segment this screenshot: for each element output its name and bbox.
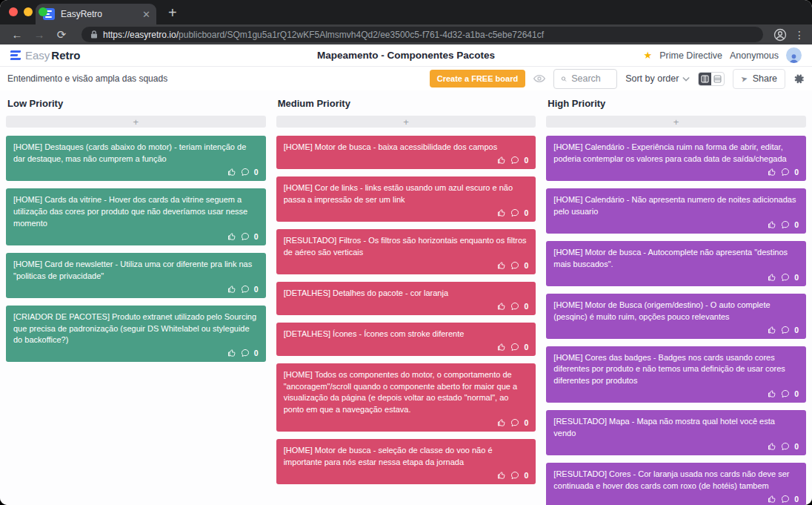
close-window-button[interactable] [9, 7, 18, 16]
search-input[interactable] [571, 73, 610, 84]
visibility-eye-icon[interactable] [533, 74, 545, 83]
like-thumbs-up-icon[interactable] [768, 220, 776, 229]
like-count: 0 [794, 326, 799, 334]
zoom-window-button[interactable] [39, 7, 47, 16]
like-thumbs-up-icon[interactable] [227, 349, 236, 357]
like-thumbs-up-icon[interactable] [497, 261, 506, 270]
new-tab-button[interactable]: + [168, 4, 177, 22]
share-label: Share [753, 73, 777, 84]
comment-bubble-icon[interactable] [510, 261, 519, 270]
like-thumbs-up-icon[interactable] [497, 156, 506, 165]
search-box[interactable] [553, 69, 617, 89]
board-view-button[interactable] [699, 73, 711, 85]
forward-icon[interactable]: → [30, 28, 49, 41]
like-thumbs-up-icon[interactable] [768, 326, 776, 334]
sort-by-order-dropdown[interactable]: Sort by order [625, 73, 690, 84]
add-card-button[interactable]: + [276, 116, 536, 128]
card-footer: 0 [284, 154, 529, 166]
comment-bubble-icon[interactable] [510, 156, 519, 165]
username-label[interactable]: Anonymous [730, 50, 779, 61]
like-count: 0 [524, 261, 528, 270]
board-card[interactable]: [DETALHES] Ícones - Ícones com stroke di… [276, 323, 536, 356]
comment-bubble-icon[interactable] [510, 343, 519, 351]
card-footer: 0 [284, 259, 529, 271]
like-thumbs-up-icon[interactable] [768, 168, 776, 176]
address-bar[interactable]: https://easyretro.io/publicboard/SQm1gu5… [81, 27, 763, 42]
board-card[interactable]: [RESULTADO] Mapa - Mapa não mostra qual … [546, 410, 806, 455]
comment-bubble-icon[interactable] [241, 285, 250, 294]
browser-menu-icon[interactable]: ⋮ [794, 29, 805, 41]
board-card[interactable]: [RESULTADO] Filtros - Os filtros são hor… [276, 229, 536, 274]
comment-bubble-icon[interactable] [241, 232, 250, 241]
board-card[interactable]: [HOME] Motor de busca - Autocomplete não… [546, 241, 806, 286]
settings-gear-icon[interactable] [793, 73, 805, 85]
like-thumbs-up-icon[interactable] [768, 495, 776, 504]
add-card-button[interactable]: + [6, 116, 266, 128]
comment-bubble-icon[interactable] [241, 168, 250, 176]
like-thumbs-up-icon[interactable] [227, 232, 236, 241]
comment-bubble-icon[interactable] [510, 471, 519, 480]
board-card[interactable]: [HOME] Motor de Busca (origem/destino) -… [546, 294, 806, 339]
comment-bubble-icon[interactable] [781, 273, 790, 282]
add-card-button[interactable]: + [546, 116, 806, 128]
board-card[interactable]: [HOME] Calendário - Experiência ruim na … [546, 136, 806, 181]
minimize-window-button[interactable] [24, 7, 33, 16]
like-thumbs-up-icon[interactable] [768, 389, 776, 398]
user-avatar[interactable] [786, 47, 802, 63]
board-card[interactable]: [HOME] Cores das badges - Badges nos car… [546, 346, 806, 403]
card-text: [HOME] Motor de busca - Autocomplete não… [553, 247, 799, 271]
window-controls[interactable] [9, 7, 47, 16]
share-button[interactable]: ➤ Share [733, 69, 785, 89]
share-arrow-icon: ➤ [740, 73, 749, 85]
create-free-board-button[interactable]: Create a FREE board [430, 70, 525, 88]
prime-directive-link[interactable]: Prime Directive [659, 50, 722, 61]
back-icon[interactable]: ← [7, 28, 27, 41]
columns-view-icon [701, 75, 709, 83]
browser-tab[interactable]: EasyRetro ✕ [36, 4, 156, 24]
like-thumbs-up-icon[interactable] [497, 343, 506, 351]
board-card[interactable]: [HOME] Cor de links - links estão usando… [276, 176, 536, 222]
like-thumbs-up-icon[interactable] [497, 471, 506, 480]
plus-icon: + [133, 117, 139, 127]
comment-bubble-icon[interactable] [781, 442, 790, 451]
close-tab-icon[interactable]: ✕ [142, 10, 150, 19]
like-thumbs-up-icon[interactable] [497, 418, 506, 427]
comment-bubble-icon[interactable] [781, 326, 790, 334]
list-view-button[interactable] [711, 73, 724, 85]
reload-icon[interactable]: ⟳ [52, 28, 71, 42]
board-card[interactable]: [HOME] Card de newsletter - Utiliza uma … [6, 253, 266, 298]
card-footer: 0 [284, 206, 529, 219]
like-thumbs-up-icon[interactable] [768, 442, 776, 451]
comment-bubble-icon[interactable] [241, 349, 250, 357]
board-card[interactable]: [CRIADOR DE PACOTES] Produto extranet ut… [6, 306, 266, 363]
board-card[interactable]: [HOME] Motor de busca - baixa acessibili… [276, 136, 536, 169]
comment-bubble-icon[interactable] [781, 389, 790, 398]
card-text: [HOME] Calendário - Não apresenta numero… [553, 194, 799, 218]
board-card[interactable]: [HOME] Calendário - Não apresenta numero… [546, 188, 806, 234]
card-text: [RESULTADO] Mapa - Mapa não mostra qual … [553, 416, 799, 440]
like-thumbs-up-icon[interactable] [497, 208, 506, 217]
card-footer: 0 [553, 218, 799, 231]
board-card[interactable]: [RESULTADO] Cores - Cor laranja usada no… [546, 463, 806, 505]
comment-bubble-icon[interactable] [510, 418, 519, 427]
comment-bubble-icon[interactable] [781, 495, 790, 504]
browser-profile-icon[interactable] [773, 28, 787, 42]
comment-bubble-icon[interactable] [781, 220, 790, 229]
comment-bubble-icon[interactable] [510, 208, 519, 217]
board-card[interactable]: [DETALHES] Detalhes do pacote - cor lara… [276, 282, 536, 315]
card-list: [HOME] Motor de busca - baixa acessibili… [276, 136, 536, 484]
board-card[interactable]: [HOME] Todos os componentes do motor, o … [276, 363, 536, 432]
sort-label: Sort by order [625, 73, 679, 84]
column-title: Medium Priority [278, 98, 535, 109]
like-thumbs-up-icon[interactable] [768, 273, 776, 282]
board-card[interactable]: [HOME] Destaques (cards abaixo do motor)… [6, 136, 266, 181]
easyretro-logo[interactable]: Easy Retro [10, 49, 81, 62]
board-card[interactable]: [HOME] Motor de busca - seleção de class… [276, 439, 536, 484]
like-thumbs-up-icon[interactable] [227, 285, 236, 294]
like-thumbs-up-icon[interactable] [227, 168, 236, 176]
board-card[interactable]: [HOME] Cards da vitrine - Hover dos card… [6, 188, 266, 245]
comment-bubble-icon[interactable] [781, 168, 790, 176]
card-footer: 0 [13, 230, 259, 242]
comment-bubble-icon[interactable] [510, 302, 519, 311]
like-thumbs-up-icon[interactable] [497, 302, 506, 311]
